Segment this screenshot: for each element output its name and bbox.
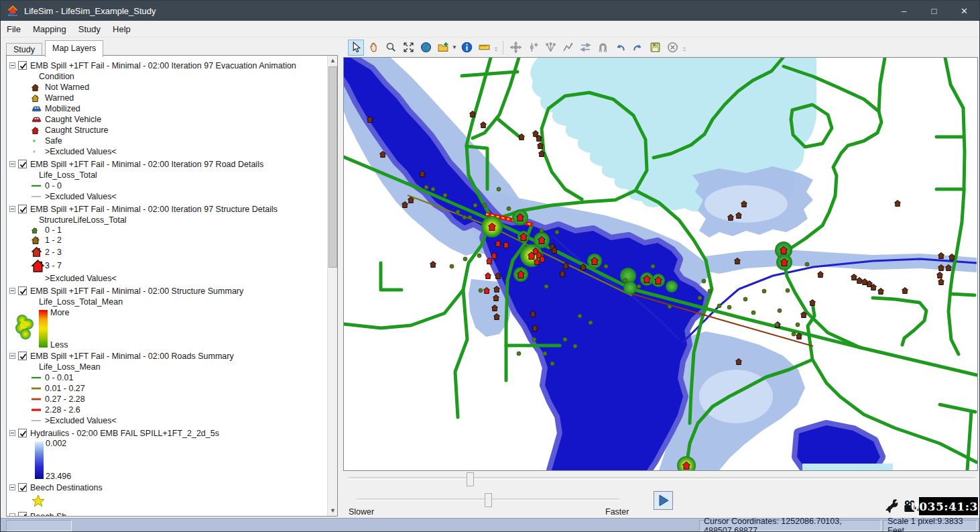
legend-label: Caught Vehicle xyxy=(45,115,101,124)
layer-checkbox[interactable] xyxy=(18,205,27,213)
layer-checkbox[interactable] xyxy=(18,483,27,492)
structure-marker-safe xyxy=(563,337,567,341)
layer-checkbox[interactable] xyxy=(18,286,27,295)
collapse-icon[interactable] xyxy=(9,430,15,436)
structure-marker-safe xyxy=(708,289,712,293)
structure-marker-safe xyxy=(517,352,521,356)
play-icon xyxy=(657,494,670,507)
menu-file[interactable]: File xyxy=(1,22,27,36)
tree-scrollbar[interactable]: ▲ ▼ xyxy=(327,56,337,516)
collapse-icon[interactable] xyxy=(9,288,15,294)
layer-checkbox[interactable] xyxy=(18,352,27,360)
structure-marker-safe xyxy=(463,257,467,261)
collapse-icon[interactable] xyxy=(9,62,15,68)
collapse-icon[interactable] xyxy=(9,161,15,167)
dot-gray-icon xyxy=(32,149,45,154)
layer-label[interactable]: EMB Spill +1FT Fail - Minimal - 02:00 St… xyxy=(30,286,243,296)
folder-add-icon xyxy=(438,42,449,53)
collapse-icon[interactable] xyxy=(9,353,15,359)
zoom-tool-button[interactable] xyxy=(383,40,399,56)
splay-vertices-button[interactable] xyxy=(542,40,558,56)
window-title: LifeSim - LifeSim_Example_Study xyxy=(24,6,156,16)
layer-label[interactable]: Hydraulics - 02:00 EMB FAIL SPILL+1FT_2_… xyxy=(30,429,219,438)
menu-study[interactable]: Study xyxy=(72,22,107,36)
cancel-edits-button[interactable] xyxy=(664,40,680,56)
menu-mapping[interactable]: Mapping xyxy=(27,22,72,36)
measure-button[interactable] xyxy=(476,40,492,56)
legend-label: Life_Loss_Mean xyxy=(39,362,101,372)
collapse-icon[interactable] xyxy=(9,206,15,212)
legend-label: Safe xyxy=(45,136,62,146)
collapse-icon[interactable] xyxy=(9,513,15,517)
undo-icon xyxy=(615,42,626,53)
time-slider-track[interactable] xyxy=(349,477,975,480)
layer-checkbox[interactable] xyxy=(18,160,27,168)
car-red-icon xyxy=(32,115,45,123)
overflow-icon xyxy=(681,44,688,55)
heat-gradient-bar xyxy=(39,310,48,348)
structure-marker-safe xyxy=(651,264,655,268)
gradient-less-label: Less xyxy=(50,340,68,350)
map-view[interactable] xyxy=(343,57,978,471)
move-vertices-button[interactable] xyxy=(577,40,593,56)
pan-to-point-button[interactable] xyxy=(507,40,524,56)
layer-label[interactable]: EMB Spill +1FT Fail - Minimal - 02:00 It… xyxy=(30,160,263,169)
structure-marker-safe xyxy=(751,311,755,315)
web-basemap-button[interactable] xyxy=(418,40,434,56)
animation-settings-button[interactable] xyxy=(883,498,901,515)
scroll-up-icon[interactable]: ▲ xyxy=(328,56,338,66)
layer-label[interactable]: EMB Spill +1FT Fail - Minimal - 02:00 It… xyxy=(30,205,278,214)
pan-tool-button[interactable] xyxy=(365,40,381,56)
redo-button[interactable] xyxy=(629,40,646,56)
legend-row: StructureLifeLoss_Total xyxy=(32,215,326,225)
dropdown-caret-icon[interactable]: ▼ xyxy=(452,40,458,56)
road xyxy=(951,294,975,295)
map-canvas[interactable] xyxy=(344,58,977,470)
layer-checkbox[interactable] xyxy=(18,61,27,70)
close-button[interactable]: ✕ xyxy=(949,1,979,21)
menu-help[interactable]: Help xyxy=(107,22,137,36)
select-tool-button[interactable] xyxy=(348,40,364,56)
play-button[interactable] xyxy=(654,491,673,510)
layer-label[interactable]: EMB Spill +1FT Fail - Minimal - 02:00 Ro… xyxy=(30,352,234,361)
add-map-layer-button[interactable] xyxy=(435,40,451,56)
draw-polyline-button[interactable] xyxy=(560,40,576,56)
overflow-1[interactable] xyxy=(493,40,499,55)
legend-label: 0 - 0.01 xyxy=(45,373,73,382)
tab-map-layers[interactable]: Map Layers xyxy=(45,40,103,57)
save-edits-button[interactable] xyxy=(647,40,663,56)
panel-splitter[interactable] xyxy=(338,57,343,518)
line-green-icon xyxy=(32,184,45,188)
structure-marker-safe xyxy=(468,215,472,219)
layer-label[interactable]: Beech Destinations xyxy=(30,483,103,492)
legend-row: Life_Loss_Mean xyxy=(32,362,326,372)
scrollbar-thumb[interactable] xyxy=(328,66,337,268)
app-window: LifeSim - LifeSim_Example_Study – □ ✕ Fi… xyxy=(0,0,980,532)
layer-label[interactable]: Beech Sh xyxy=(30,512,66,517)
layer-label[interactable]: EMB Spill +1FT Fail - Minimal - 02:00 It… xyxy=(30,61,296,70)
magnifier-icon xyxy=(385,42,397,53)
maximize-button[interactable]: □ xyxy=(919,1,949,21)
add-vertex-button[interactable] xyxy=(525,40,541,56)
time-slider-thumb[interactable] xyxy=(467,472,474,486)
star-icon xyxy=(32,494,45,508)
undo-button[interactable] xyxy=(612,40,628,56)
identify-button[interactable] xyxy=(458,40,475,56)
snap-button[interactable] xyxy=(595,40,611,56)
house-brown-icon xyxy=(32,84,45,91)
structure-marker-safe xyxy=(555,230,559,234)
minimize-button[interactable]: – xyxy=(889,1,919,21)
overflow-2[interactable] xyxy=(681,40,688,55)
legend-label: Life_Loss_Total xyxy=(39,170,97,180)
layer-checkbox[interactable] xyxy=(18,512,27,517)
speed-slider-thumb[interactable] xyxy=(485,493,492,507)
collapse-icon[interactable] xyxy=(9,484,15,490)
scroll-down-icon[interactable]: ▼ xyxy=(328,506,338,516)
legend-row: Caught Structure xyxy=(32,125,326,136)
structure-marker-safe xyxy=(578,314,582,318)
layer-checkbox[interactable] xyxy=(18,429,27,437)
map-toolbar: ▼ xyxy=(343,38,980,57)
structure-marker-safe xyxy=(573,344,577,348)
zoom-extents-button[interactable] xyxy=(400,40,416,56)
legend-row: Life_Loss_Total_Mean xyxy=(32,297,326,307)
